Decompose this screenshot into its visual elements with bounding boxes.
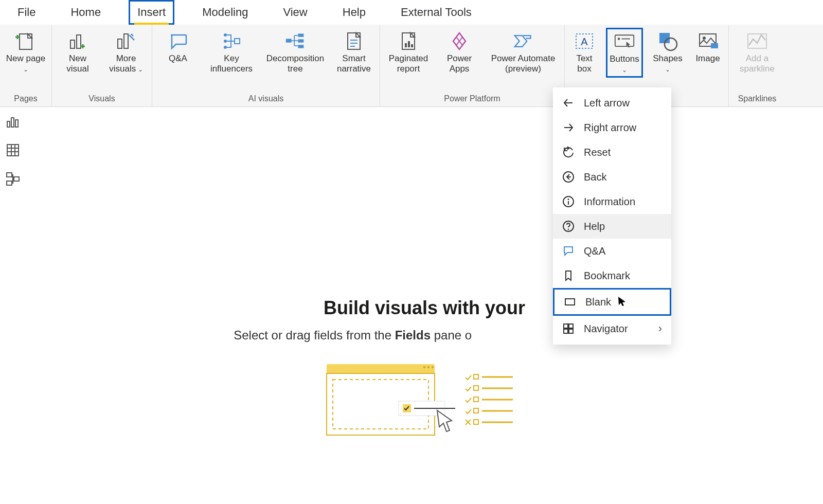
smart-narrative-icon [344,31,364,51]
svg-rect-2 [77,35,81,48]
shapes-icon [657,31,678,51]
svg-rect-23 [615,35,634,46]
navigator-icon [562,322,575,335]
svg-rect-68 [565,299,575,305]
svg-rect-12 [298,45,303,48]
bar-chart-icon [67,31,88,51]
more-visuals-icon [116,31,136,51]
power-apps-button[interactable]: Power Apps [439,28,480,75]
new-page-button[interactable]: New page ⌄ [5,28,46,75]
svg-point-67 [568,229,569,230]
new-page-icon [15,31,36,51]
menu-item-right-arrow[interactable]: Right arrow [553,115,671,140]
svg-rect-9 [286,39,292,42]
menu-item-left-arrow[interactable]: Left arrow [553,91,671,115]
svg-text:A: A [581,36,588,47]
tab-insert[interactable]: Insert [129,0,174,25]
back-icon [562,171,575,183]
svg-rect-34 [15,120,18,127]
buttons-icon [614,31,635,52]
speech-bubble-icon [168,31,188,51]
image-button[interactable]: Image [692,28,723,64]
svg-rect-32 [7,121,10,127]
text-box-icon: A [574,31,595,51]
report-view-icon[interactable] [6,114,20,129]
svg-rect-3 [118,39,122,48]
left-view-rail [0,107,26,186]
svg-point-46 [432,366,434,368]
menu-item-blank[interactable]: Blank [553,288,671,316]
decomposition-tree-icon [285,31,306,51]
more-visuals-button[interactable]: More visuals ⌄ [105,28,147,75]
svg-point-44 [423,366,425,368]
svg-point-24 [618,38,620,40]
tab-home[interactable]: Home [63,2,108,23]
svg-rect-69 [564,324,568,328]
tab-help[interactable]: Help [335,2,373,23]
buttons-button[interactable]: Buttons⌄ [606,28,643,78]
decomposition-tree-button[interactable]: Decomposition tree [264,28,326,75]
svg-rect-40 [7,173,12,177]
svg-rect-42 [7,181,12,185]
svg-point-45 [427,366,430,368]
svg-point-64 [568,199,569,200]
new-visual-button[interactable]: New visual [57,28,98,75]
tab-modeling[interactable]: Modeling [195,2,255,23]
add-sparkline-button: Add a sparkline [734,28,780,75]
tab-view[interactable]: View [276,2,314,23]
bookmark-icon [562,269,575,282]
qa-button[interactable]: Q&A [157,28,199,64]
group-sparklines: Add a sparkline Sparklines [729,25,785,106]
report-canvas[interactable]: Build visuals with your Select or drag f… [26,107,823,504]
menu-item-navigator[interactable]: Navigator › [553,316,671,341]
svg-rect-71 [564,329,568,333]
svg-rect-35 [7,145,19,156]
svg-rect-20 [411,44,413,47]
reset-icon [562,146,575,158]
svg-point-27 [665,38,677,50]
menu-item-qa[interactable]: Q&A [553,239,671,263]
shapes-button[interactable]: Shapes⌄ [650,28,685,75]
text-box-button[interactable]: A Text box [570,28,599,75]
svg-rect-72 [569,329,573,333]
svg-rect-33 [11,118,14,127]
buttons-dropdown-menu: Left arrow Right arrow Reset Back Inform… [553,87,671,345]
svg-rect-19 [408,41,410,47]
group-ai-visuals: Q&A Key influencers Decomposition tree S… [152,25,380,106]
svg-rect-60 [474,420,478,424]
group-visuals: New visual More visuals ⌄ Visuals [52,25,152,106]
tab-file[interactable]: File [10,2,43,23]
svg-rect-18 [405,43,407,47]
group-pages: New page ⌄ Pages [0,25,52,106]
paginated-report-button[interactable]: Paginated report [385,28,432,75]
key-influencers-button[interactable]: Key influencers [206,28,257,75]
menu-item-help[interactable]: Help [553,214,671,239]
key-influencers-icon [221,31,242,51]
cursor-icon [617,296,628,306]
svg-rect-41 [14,177,19,181]
group-label-power: Power Platform [385,94,559,105]
menu-item-information[interactable]: Information [553,189,671,214]
group-power-platform: Paginated report Power Apps Power Automa… [380,25,565,106]
help-icon [562,220,575,232]
info-icon [562,195,575,208]
group-label-visuals: Visuals [57,94,147,105]
power-automate-button[interactable]: Power Automate (preview) [487,28,559,75]
group-label-pages: Pages [5,94,46,105]
svg-rect-56 [474,397,478,402]
menu-item-reset[interactable]: Reset [553,140,671,165]
menu-item-bookmark[interactable]: Bookmark [553,263,671,288]
sparkline-icon [747,31,767,51]
tab-external-tools[interactable]: External Tools [393,2,479,23]
svg-rect-52 [474,374,478,379]
svg-point-29 [703,37,706,40]
model-view-icon[interactable] [6,172,20,186]
ribbon: New page ⌄ Pages New visual More visuals… [0,25,823,107]
smart-narrative-button[interactable]: Smart narrative [333,28,374,75]
svg-rect-43 [327,364,435,373]
svg-rect-31 [748,34,766,48]
svg-rect-54 [474,386,478,390]
svg-rect-10 [298,33,303,37]
data-view-icon[interactable] [6,143,20,157]
menu-item-back[interactable]: Back [553,165,671,189]
